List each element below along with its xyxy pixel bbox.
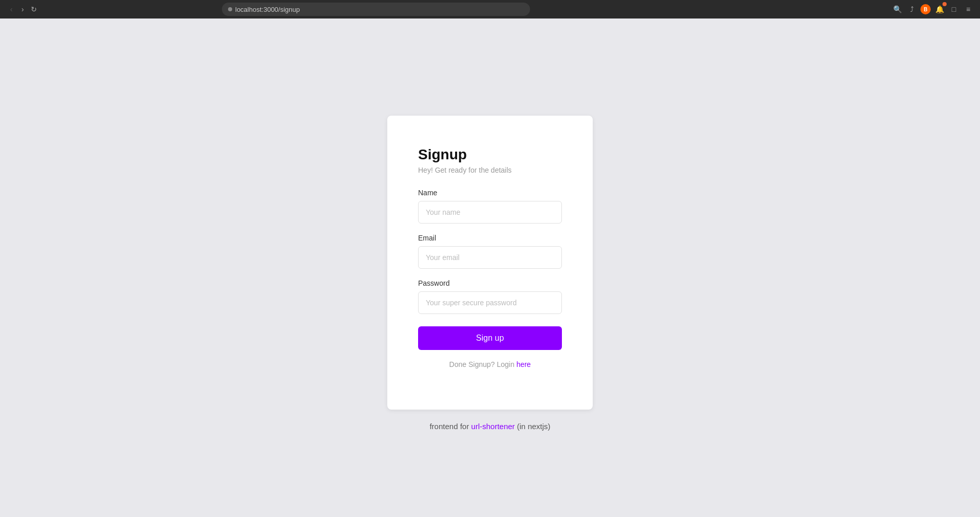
- name-field-group: Name: [418, 189, 562, 224]
- password-label: Password: [418, 279, 562, 287]
- forward-button[interactable]: ›: [17, 4, 28, 14]
- login-prompt-text: Done Signup? Login: [449, 360, 517, 368]
- window-icon[interactable]: □: [948, 4, 959, 15]
- email-label: Email: [418, 234, 562, 242]
- signup-form: Name Email Password Sign up: [418, 189, 562, 360]
- notification-icon[interactable]: 🔔: [934, 4, 945, 15]
- share-icon[interactable]: ⤴: [906, 4, 917, 15]
- name-input[interactable]: [418, 201, 562, 224]
- footer-suffix: (in nextjs): [515, 422, 550, 431]
- login-here-link[interactable]: here: [516, 360, 531, 368]
- notification-badge: [943, 2, 947, 6]
- menu-icon[interactable]: ≡: [963, 4, 974, 15]
- page-content: Signup Hey! Get ready for the details Na…: [0, 19, 980, 517]
- signup-card: Signup Hey! Get ready for the details Na…: [387, 116, 593, 410]
- browser-chrome: ‹ › ↻ localhost:3000/signup 🔍 ⤴ B 🔔 □ ≡: [0, 0, 980, 19]
- toolbar-right: 🔍 ⤴ B 🔔 □ ≡: [892, 4, 974, 15]
- signup-subtitle: Hey! Get ready for the details: [418, 166, 562, 174]
- password-input[interactable]: [418, 291, 562, 314]
- footer-text: frontend for url-shortener (in nextjs): [429, 422, 550, 431]
- signup-button[interactable]: Sign up: [418, 326, 562, 350]
- brave-icon[interactable]: B: [920, 4, 931, 14]
- back-button[interactable]: ‹: [6, 4, 16, 14]
- footer-prefix: frontend for: [429, 422, 471, 431]
- email-input[interactable]: [418, 246, 562, 269]
- reload-button[interactable]: ↻: [29, 4, 39, 14]
- login-link-text: Done Signup? Login here: [418, 360, 562, 368]
- search-icon[interactable]: 🔍: [892, 4, 903, 15]
- name-label: Name: [418, 189, 562, 197]
- address-bar[interactable]: localhost:3000/signup: [222, 3, 530, 16]
- signup-title: Signup: [418, 146, 562, 163]
- email-field-group: Email: [418, 234, 562, 269]
- browser-nav-buttons: ‹ › ↻: [6, 4, 39, 14]
- url-shortener-link[interactable]: url-shortener: [471, 422, 515, 431]
- address-text: localhost:3000/signup: [235, 6, 300, 13]
- secure-icon: [228, 7, 232, 11]
- password-field-group: Password: [418, 279, 562, 314]
